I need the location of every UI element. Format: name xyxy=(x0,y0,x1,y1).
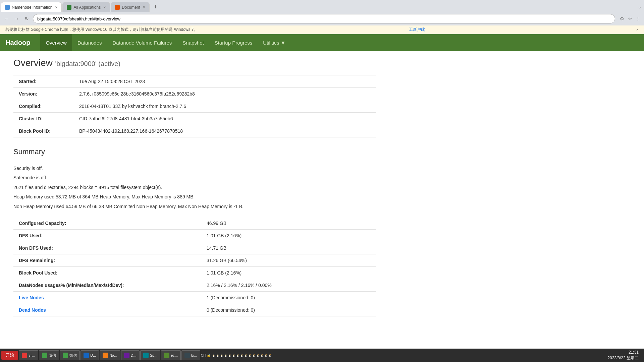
tab-label-2: All Applications xyxy=(73,5,101,10)
browser-window: Namenode information × All Applications … xyxy=(0,0,644,34)
table-row: Cluster ID: CID-7afbcf6f-27d8-4481-bfe4-… xyxy=(13,113,376,125)
table-row: Block Pool ID: BP-450434402-192.168.227.… xyxy=(13,125,376,137)
field-label-cluster-id: Cluster ID: xyxy=(13,113,74,125)
dfs-used-value: 1.01 GB (2.16%) xyxy=(201,229,376,242)
reload-button[interactable]: ↻ xyxy=(23,15,31,23)
summary-files: 2621 files and directories, 2294 blocks … xyxy=(13,184,376,191)
nav-utilities-label: Utilities xyxy=(263,40,279,46)
tab-favicon-2 xyxy=(67,5,71,10)
table-row: Configured Capacity: 46.99 GB xyxy=(13,217,376,229)
warning-close[interactable]: × xyxy=(636,27,639,32)
field-label-block-pool-id: Block Pool ID: xyxy=(13,125,74,137)
field-value-started: Tue Aug 22 15:08:28 CST 2023 xyxy=(74,75,376,88)
table-row: Live Nodes 1 (Decommissioned: 0) xyxy=(13,291,376,304)
field-value-cluster-id: CID-7afbcf6f-27d8-4481-bfe4-3bb3a7c55eb6 xyxy=(74,113,376,125)
address-bar: ← → ↻ ⚙ ☆ ⋮ xyxy=(0,12,644,25)
table-row: Version: 2.7.6, r085099c66cf28be31604560… xyxy=(13,88,376,100)
dfs-remaining-value: 31.26 GB (66.54%) xyxy=(201,254,376,266)
summary-table: Configured Capacity: 46.99 GB DFS Used: … xyxy=(13,217,376,316)
forward-button[interactable]: → xyxy=(13,15,21,23)
address-input[interactable] xyxy=(33,14,615,23)
nav-datanodes[interactable]: Datanodes xyxy=(72,34,107,51)
nav-utilities-chevron: ▼ xyxy=(281,40,286,46)
nav-datanode-volume-failures[interactable]: Datanode Volume Failures xyxy=(107,34,177,51)
live-nodes-value: 1 (Decommissioned: 0) xyxy=(201,291,376,304)
overview-subtitle: 'bigdata:9000' (active) xyxy=(55,60,120,67)
menu-icon[interactable]: ⋮ xyxy=(635,15,641,22)
hadoop-navbar: Hadoop Overview Datanodes Datanode Volum… xyxy=(0,34,644,51)
tab-close-3[interactable]: × xyxy=(143,5,145,10)
tab-close-1[interactable]: × xyxy=(55,5,57,10)
non-dfs-used-value: 14.71 GB xyxy=(201,242,376,254)
tab-favicon-3 xyxy=(115,5,120,10)
extensions-icon[interactable]: ⚙ xyxy=(619,15,625,22)
field-label-compiled: Compiled: xyxy=(13,100,74,113)
summary-non-heap-memory: Non Heap Memory used 64.59 MB of 66.38 M… xyxy=(13,203,376,210)
tab-favicon-1 xyxy=(5,5,10,10)
nav-links: Overview Datanodes Datanode Volume Failu… xyxy=(40,34,291,51)
table-row: Non DFS Used: 14.71 GB xyxy=(13,242,376,254)
dfs-used-label: DFS Used: xyxy=(13,229,201,242)
main-content: Overview 'bigdata:9000' (active) Started… xyxy=(0,51,389,323)
table-row: DFS Remaining: 31.26 GB (66.54%) xyxy=(13,254,376,266)
field-value-compiled: 2018-04-18T01:33Z by kshvachk from branc… xyxy=(74,100,376,113)
back-button[interactable]: ← xyxy=(3,15,11,23)
live-nodes-label[interactable]: Live Nodes xyxy=(13,291,201,304)
field-label-version: Version: xyxy=(13,88,74,100)
dfs-remaining-label: DFS Remaining: xyxy=(13,254,201,266)
configured-capacity-label: Configured Capacity: xyxy=(13,217,201,229)
dead-nodes-label[interactable]: Dead Nodes xyxy=(13,304,201,316)
field-value-block-pool-id: BP-450434402-192.168.227.166-16426778705… xyxy=(74,125,376,137)
tab-document[interactable]: Document × xyxy=(111,2,150,12)
tab-all-apps[interactable]: All Applications × xyxy=(62,2,110,12)
field-value-version: 2.7.6, r085099c66cf28be31604560c376fa282… xyxy=(74,88,376,100)
table-row: DFS Used: 1.01 GB (2.16%) xyxy=(13,229,376,242)
warning-bar: 若要将此标签 Google Chrome 以前，您使用 Windows 10 成… xyxy=(0,25,644,34)
page-title: Overview 'bigdata:9000' (active) xyxy=(13,58,376,68)
warning-link[interactable]: 工新户此 xyxy=(409,27,425,33)
tab-overflow-button[interactable]: ⌄ xyxy=(638,5,641,9)
summary-security: Security is off. xyxy=(13,165,376,172)
table-row: Dead Nodes 0 (Decommissioned: 0) xyxy=(13,304,376,316)
field-label-started: Started: xyxy=(13,75,74,88)
hadoop-brand[interactable]: Hadoop xyxy=(5,39,37,47)
non-dfs-used-label: Non DFS Used: xyxy=(13,242,201,254)
summary-heap-memory: Heap Memory used 53.72 MB of 364 MB Heap… xyxy=(13,193,376,200)
table-row: Block Pool Used: 1.01 GB (2.16%) xyxy=(13,266,376,279)
nav-utilities[interactable]: Utilities ▼ xyxy=(258,34,291,51)
block-pool-used-value: 1.01 GB (2.16%) xyxy=(201,266,376,279)
nav-overview[interactable]: Overview xyxy=(40,34,72,51)
tab-label-3: Document xyxy=(122,5,140,10)
bookmark-icon[interactable]: ☆ xyxy=(627,15,633,22)
overview-table: Started: Tue Aug 22 15:08:28 CST 2023 Ve… xyxy=(13,75,376,137)
block-pool-used-label: Block Pool Used: xyxy=(13,266,201,279)
table-row: DataNodes usages% (Min/Median/Max/stdDev… xyxy=(13,279,376,291)
summary-title: Summary xyxy=(13,147,376,159)
warning-text: 若要将此标签 Google Chrome 以前，您使用 Windows 10 成… xyxy=(5,27,198,33)
tab-bar: Namenode information × All Applications … xyxy=(0,0,644,12)
table-row: Started: Tue Aug 22 15:08:28 CST 2023 xyxy=(13,75,376,88)
overview-heading: Overview xyxy=(13,58,53,68)
tab-label-1: Namenode information xyxy=(12,5,52,10)
new-tab-button[interactable]: + xyxy=(151,4,160,11)
table-row: Compiled: 2018-04-18T01:33Z by kshvachk … xyxy=(13,100,376,113)
nav-startup-progress[interactable]: Startup Progress xyxy=(209,34,258,51)
nav-snapshot[interactable]: Snapshot xyxy=(177,34,209,51)
dead-nodes-value: 0 (Decommissioned: 0) xyxy=(201,304,376,316)
configured-capacity-value: 46.99 GB xyxy=(201,217,376,229)
browser-toolbar-icons: ⚙ ☆ ⋮ xyxy=(619,15,641,22)
datanodes-usages-value: 2.16% / 2.16% / 2.16% / 0.00% xyxy=(201,279,376,291)
tab-namenode[interactable]: Namenode information × xyxy=(1,2,62,12)
summary-safemode: Safemode is off. xyxy=(13,174,376,181)
tab-close-2[interactable]: × xyxy=(103,5,106,10)
datanodes-usages-label: DataNodes usages% (Min/Median/Max/stdDev… xyxy=(13,279,201,291)
